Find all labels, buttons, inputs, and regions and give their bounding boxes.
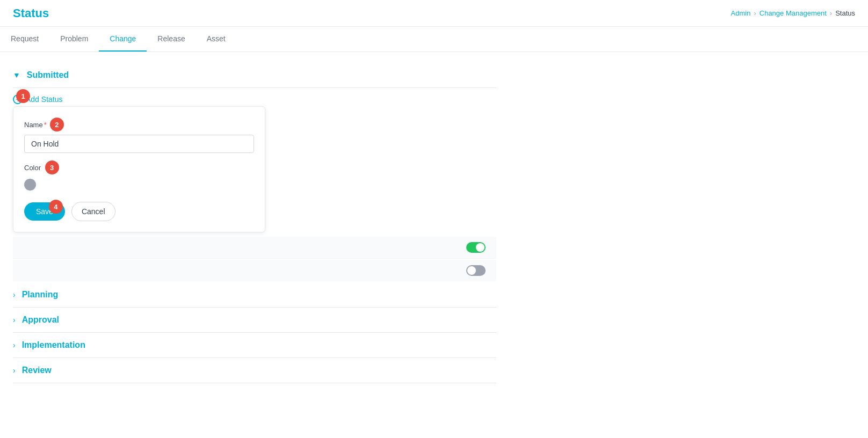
add-status-form: Name * 2 Color 3 xyxy=(13,106,265,232)
section-review-header[interactable]: › Review xyxy=(13,358,496,383)
status-rows xyxy=(13,237,496,281)
breadcrumb-sep-1: › xyxy=(754,9,756,17)
section-approval-header[interactable]: › Approval xyxy=(13,308,496,332)
toggle-knob-2 xyxy=(467,266,476,275)
required-asterisk: * xyxy=(44,121,47,129)
breadcrumb-change-management[interactable]: Change Management xyxy=(760,9,827,17)
tab-request[interactable]: Request xyxy=(0,27,49,52)
toggle-2[interactable] xyxy=(466,265,486,276)
color-swatch-button[interactable] xyxy=(24,179,36,191)
chevron-implementation: › xyxy=(13,341,16,349)
add-status-icon-wrapper: + 1 xyxy=(13,94,23,104)
page-header: Status Admin › Change Management › Statu… xyxy=(0,0,868,27)
chevron-planning: › xyxy=(13,290,16,299)
color-field-wrapper: Color 3 xyxy=(24,160,254,192)
save-button[interactable]: Save 4 xyxy=(24,202,65,221)
breadcrumb: Admin › Change Management › Status xyxy=(731,9,855,17)
tab-problem[interactable]: Problem xyxy=(49,27,99,52)
cancel-button[interactable]: Cancel xyxy=(71,202,115,221)
section-submitted-title: Submitted xyxy=(27,70,69,80)
breadcrumb-current: Status xyxy=(835,9,855,17)
step-badge-2-wrapper: 2 xyxy=(50,118,64,132)
name-input[interactable] xyxy=(24,135,254,153)
section-approval: › Approval xyxy=(13,308,496,333)
add-status-label: Add Status xyxy=(26,95,63,104)
step-badge-3-wrapper: 3 xyxy=(45,160,59,174)
section-implementation-title: Implementation xyxy=(22,340,85,350)
name-field-wrapper: Name * 2 xyxy=(24,118,254,153)
step-badge-4: 4 xyxy=(49,200,63,214)
step-badge-1: 1 xyxy=(16,89,30,103)
toggle-1[interactable] xyxy=(466,242,486,253)
section-implementation-header[interactable]: › Implementation xyxy=(13,333,496,357)
section-review-title: Review xyxy=(22,366,52,375)
name-label: Name * 2 xyxy=(24,118,254,132)
add-status-button[interactable]: + 1 Add Status xyxy=(13,94,63,104)
section-planning: › Planning xyxy=(13,282,496,308)
section-planning-header[interactable]: › Planning xyxy=(13,282,496,307)
toggle-knob-1 xyxy=(476,243,484,252)
chevron-approval: › xyxy=(13,316,16,324)
add-status-row: + 1 Add Status xyxy=(13,88,496,106)
main-content: ▼ Submitted + 1 Add Status xyxy=(0,52,868,394)
tab-release[interactable]: Release xyxy=(147,27,196,52)
chevron-review: › xyxy=(13,366,16,375)
section-review: › Review xyxy=(13,358,496,383)
section-submitted: ▼ Submitted + 1 Add Status xyxy=(13,63,496,281)
status-row-1 xyxy=(13,237,496,259)
breadcrumb-admin[interactable]: Admin xyxy=(731,9,751,17)
form-actions: Save 4 Cancel xyxy=(24,202,254,221)
tab-bar: Request Problem Change Release Asset xyxy=(0,27,868,52)
status-row-2 xyxy=(13,260,496,281)
page-title: Status xyxy=(13,6,49,20)
breadcrumb-sep-2: › xyxy=(830,9,832,17)
color-label: Color 3 xyxy=(24,160,254,174)
section-approval-title: Approval xyxy=(22,315,59,325)
chevron-submitted: ▼ xyxy=(13,71,20,79)
section-planning-title: Planning xyxy=(22,290,59,300)
step-badge-4-wrapper: Save 4 xyxy=(36,207,53,216)
tab-asset[interactable]: Asset xyxy=(196,27,236,52)
tab-change[interactable]: Change xyxy=(99,27,147,52)
section-submitted-header[interactable]: ▼ Submitted xyxy=(13,63,496,88)
section-implementation: › Implementation xyxy=(13,333,496,358)
content-area: ▼ Submitted + 1 Add Status xyxy=(13,63,496,383)
